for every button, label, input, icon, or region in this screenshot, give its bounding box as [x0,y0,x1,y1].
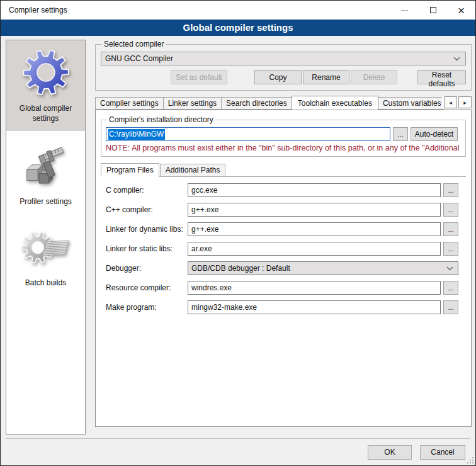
field-label: C compiler: [106,186,188,195]
c-compiler-browse-button[interactable]: ... [443,183,458,197]
rename-button[interactable]: Rename [303,70,349,84]
sidebar-item-profiler-settings[interactable]: Profiler settings [6,136,85,215]
dynamic-linker-browse-button[interactable]: ... [443,222,458,236]
minimize-button[interactable] [390,1,419,20]
caliper-icon [21,142,71,194]
chevron-down-icon [446,266,453,271]
cpp-compiler-browse-button[interactable]: ... [443,203,458,217]
dialog-content: Global compiler settings [1,36,475,465]
c-compiler-input[interactable] [188,183,441,197]
field-label: Resource compiler: [106,283,188,292]
chevron-down-icon [453,57,460,61]
tab-scroll-left-button[interactable]: ◂ [444,96,457,108]
resource-compiler-input[interactable] [188,281,441,295]
maximize-icon [430,7,436,13]
resource-compiler-browse-button[interactable]: ... [443,281,458,295]
cancel-button[interactable]: Cancel [420,445,465,460]
reset-defaults-button[interactable]: Reset defaults [417,70,466,84]
auto-detect-button[interactable]: Auto-detect [411,127,458,141]
installation-directory-row: C:\raylib\MinGW ... Auto-detect [106,127,461,141]
subtab-program-files[interactable]: Program Files [101,163,159,177]
dynamic-linker-input[interactable] [188,222,441,236]
close-icon: × [458,4,465,16]
page-title: Global compiler settings [1,20,475,36]
compiler-settings-dialog: Compiler settings × Global compiler sett… [0,0,476,466]
field-row-cpp-compiler: C++ compiler: ... [106,203,458,217]
tab-scroll-buttons: ◂ ▸ [442,96,472,108]
selected-compiler-label: Selected compiler [102,40,166,48]
bin-subdirectory-note: NOTE: All programs must exist either in … [106,144,461,152]
selected-path-text: C:\raylib\MinGW [108,129,165,140]
installation-directory-label: Compiler's installation directory [107,115,215,124]
selected-compiler-group: Selected compiler GNU GCC Compiler Set a… [95,40,472,91]
subtab-additional-paths[interactable]: Additional Paths [160,164,226,176]
delete-button[interactable]: Delete [351,70,397,84]
field-label: C++ compiler: [106,205,188,214]
gear-paper-stack-icon [21,226,71,275]
arrow-left-icon: ◂ [449,99,452,106]
minimize-icon [401,10,408,11]
tab-compiler-settings[interactable]: Compiler settings [95,97,164,110]
field-row-c-compiler: C compiler: ... [106,183,458,197]
tab-scroll-right-button[interactable]: ▸ [458,96,472,108]
compiler-actions: Set as default Copy Rename Delete Reset … [101,70,466,84]
dialog-footer: OK Cancel [6,438,470,465]
ok-button[interactable]: OK [368,445,412,460]
make-program-browse-button[interactable]: ... [443,300,458,314]
set-as-default-button[interactable]: Set as default [171,70,227,84]
cpp-compiler-input[interactable] [188,203,441,217]
maximize-button[interactable] [419,1,447,20]
close-button[interactable]: × [447,1,475,20]
compiler-tabs: Compiler settings Linker settings Search… [95,95,472,110]
static-linker-browse-button[interactable]: ... [443,242,458,256]
field-label: Linker for static libs: [106,244,188,253]
program-files-form: C compiler: ... C++ compiler: ... Linker… [101,183,466,314]
field-row-resource-compiler: Resource compiler: ... [106,281,458,295]
compiler-select-value: GNU GCC Compiler [105,54,453,63]
program-subtabs: Program Files Additional Paths [101,162,466,177]
sidebar-item-global-compiler-settings[interactable]: Global compiler settings [6,40,85,131]
blue-gear-icon [20,47,72,101]
arrow-right-icon: ▸ [463,99,467,106]
tab-toolchain-executables[interactable]: Toolchain executables [292,96,378,110]
field-label: Debugger: [106,264,188,273]
compiler-select[interactable]: GNU GCC Compiler [101,52,466,65]
make-program-input[interactable] [188,300,441,314]
tab-search-directories[interactable]: Search directories [221,97,292,110]
field-row-dynamic-linker: Linker for dynamic libs: ... [106,222,458,236]
tab-linker-settings[interactable]: Linker settings [163,97,222,110]
toolchain-executables-panel: Compiler's installation directory C:\ray… [95,110,472,427]
sidebar-item-batch-builds[interactable]: Batch builds [6,220,85,296]
resize-grip[interactable] [467,457,474,464]
sidebar-item-label: Profiler settings [20,197,72,207]
field-label: Make program: [106,303,188,312]
copy-button[interactable]: Copy [254,70,302,84]
window-title: Compiler settings [1,6,390,14]
browse-directory-button[interactable]: ... [393,127,408,141]
field-label: Linker for dynamic libs: [106,225,188,234]
main-panel: Selected compiler GNU GCC Compiler Set a… [95,40,472,427]
debugger-select[interactable]: GDB/CDB debugger : Default [188,261,458,275]
static-linker-input[interactable] [188,242,441,256]
settings-sidebar: Global compiler settings [6,40,86,435]
field-row-static-linker: Linker for static libs: ... [106,242,458,256]
tab-list: Compiler settings Linker settings Search… [95,95,444,110]
sidebar-item-label: Global compiler settings [8,104,84,123]
sidebar-item-label: Batch builds [25,278,66,288]
tab-custom-variables[interactable]: Custom variables [378,97,444,110]
titlebar: Compiler settings × [1,1,475,20]
installation-directory-group: Compiler's installation directory C:\ray… [101,115,466,157]
field-row-make-program: Make program: ... [106,300,458,314]
installation-directory-input[interactable]: C:\raylib\MinGW [106,127,390,141]
field-row-debugger: Debugger: GDB/CDB debugger : Default [106,261,458,275]
debugger-select-value: GDB/CDB debugger : Default [191,264,446,273]
